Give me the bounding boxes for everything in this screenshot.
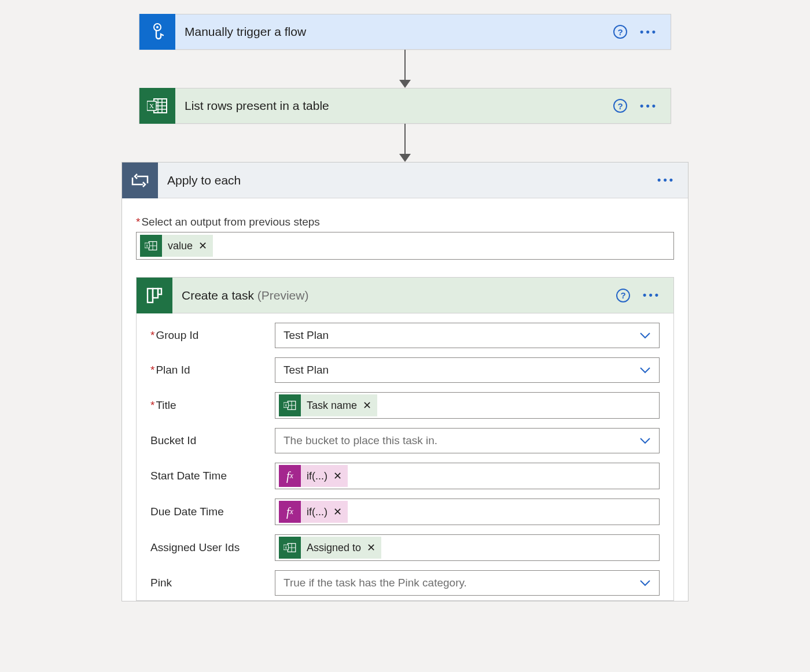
trigger-tap-icon xyxy=(139,14,175,50)
help-icon[interactable]: ? xyxy=(613,99,627,113)
more-icon[interactable]: ••• xyxy=(657,174,675,186)
apply-header[interactable]: Apply to each ••• xyxy=(122,163,688,198)
more-icon[interactable]: ••• xyxy=(640,100,658,112)
excel-title: List rows present in a table xyxy=(175,99,613,113)
start-dt-input[interactable]: fx if(...) ✕ xyxy=(275,463,660,489)
step-excel-card[interactable]: X List rows present in a table ? ••• xyxy=(139,88,671,124)
row-assigned: Assigned User Ids xyxy=(137,530,673,566)
row-pink: Pink True if the task has the Pink categ… xyxy=(137,566,673,600)
chevron-down-icon xyxy=(639,437,651,444)
create-task-header[interactable]: Create a task (Preview) ? ••• xyxy=(137,278,673,313)
step-apply-card: Apply to each ••• *Select an output from… xyxy=(122,162,689,601)
remove-token-icon[interactable]: ✕ xyxy=(333,470,348,482)
plan-id-select[interactable]: Test Plan xyxy=(275,357,660,383)
connector-arrow xyxy=(399,50,411,88)
remove-token-icon[interactable]: ✕ xyxy=(198,239,213,252)
step-create-task-card: Create a task (Preview) ? ••• *Group Id … xyxy=(136,277,674,601)
apply-title: Apply to each xyxy=(158,173,657,187)
excel-icon: X xyxy=(140,235,162,257)
svg-text:X: X xyxy=(146,243,148,248)
svg-text:X: X xyxy=(149,102,154,109)
chevron-down-icon xyxy=(639,579,651,586)
more-icon[interactable]: ••• xyxy=(643,289,661,301)
remove-token-icon[interactable]: ✕ xyxy=(333,505,348,518)
connector-arrow xyxy=(399,124,411,162)
svg-text:X: X xyxy=(285,545,287,549)
due-dt-input[interactable]: fx if(...) ✕ xyxy=(275,499,660,525)
fx-icon: fx xyxy=(279,465,301,487)
token-task-name[interactable]: X Task name ✕ xyxy=(279,394,377,416)
row-bucket-id: Bucket Id The bucket to place this task … xyxy=(137,423,673,458)
svg-text:X: X xyxy=(285,403,287,407)
svg-rect-15 xyxy=(148,289,153,302)
token-assigned-to[interactable]: X Assigned to ✕ xyxy=(279,537,381,559)
step-trigger-card[interactable]: Manually trigger a flow ? ••• xyxy=(139,14,671,50)
token-fx-due[interactable]: fx if(...) ✕ xyxy=(279,501,348,523)
select-output-label: *Select an output from previous steps xyxy=(136,216,674,228)
trigger-title: Manually trigger a flow xyxy=(175,25,613,39)
help-icon[interactable]: ? xyxy=(616,289,630,302)
remove-token-icon[interactable]: ✕ xyxy=(363,399,377,412)
token-fx-start[interactable]: fx if(...) ✕ xyxy=(279,465,348,487)
token-value[interactable]: X value ✕ xyxy=(140,235,213,257)
assigned-input[interactable]: X Assigned to ✕ xyxy=(275,534,660,561)
group-id-select[interactable]: Test Plan xyxy=(275,323,660,348)
title-input[interactable]: X Task name ✕ xyxy=(275,392,660,419)
pink-select[interactable]: True if the task has the Pink category. xyxy=(275,570,660,596)
excel-icon: X xyxy=(279,537,301,559)
svg-rect-17 xyxy=(158,289,161,294)
planner-icon xyxy=(137,278,172,313)
create-title: Create a task (Preview) xyxy=(172,289,616,302)
fx-icon: fx xyxy=(279,501,301,523)
row-start-dt: Start Date Time fx if(...) ✕ xyxy=(137,458,673,494)
svg-rect-16 xyxy=(153,289,158,298)
chevron-down-icon xyxy=(639,367,651,374)
loop-icon xyxy=(122,163,158,198)
excel-icon: X xyxy=(139,88,175,124)
svg-point-1 xyxy=(156,26,159,28)
row-title: *Title xyxy=(137,387,673,423)
help-icon[interactable]: ? xyxy=(613,25,627,39)
row-plan-id: *Plan Id Test Plan xyxy=(137,353,673,387)
remove-token-icon[interactable]: ✕ xyxy=(367,541,381,554)
row-group-id: *Group Id Test Plan xyxy=(137,318,673,353)
excel-icon: X xyxy=(279,394,301,416)
row-due-dt: Due Date Time fx if(...) ✕ xyxy=(137,494,673,530)
select-output-input[interactable]: X value ✕ xyxy=(136,232,674,260)
chevron-down-icon xyxy=(639,332,651,339)
bucket-select[interactable]: The bucket to place this task in. xyxy=(275,428,660,453)
more-icon[interactable]: ••• xyxy=(640,26,658,38)
